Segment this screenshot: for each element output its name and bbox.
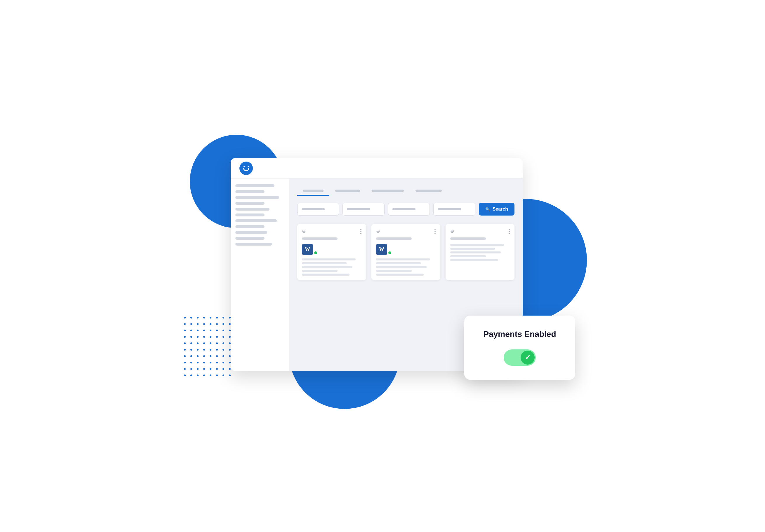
card-line: [450, 244, 504, 246]
card-line: [376, 274, 424, 276]
search-button[interactable]: 🔍 Search: [479, 203, 514, 215]
drag-icon[interactable]: ⊕: [450, 228, 454, 234]
filter-placeholder-2: [347, 208, 370, 210]
tab-1[interactable]: [297, 187, 330, 196]
sidebar-item[interactable]: [235, 202, 265, 205]
filter-input-4[interactable]: [433, 203, 475, 215]
card-2-title: [376, 237, 412, 240]
sidebar-item[interactable]: [235, 231, 267, 234]
word-icon: W: [302, 244, 313, 255]
card-line: [450, 255, 486, 257]
toggle-container[interactable]: ✓: [504, 350, 536, 366]
scene: 🔍 Search ⊕: [207, 146, 558, 386]
logo-eye-right: [248, 166, 249, 167]
drag-icon[interactable]: ⊕: [376, 228, 380, 234]
sidebar: [231, 178, 289, 371]
card-2-header: ⊕: [376, 228, 435, 234]
card-line: [302, 270, 338, 272]
dot-grid-decoration: [184, 317, 234, 380]
sidebar-item[interactable]: [235, 190, 265, 193]
tab-3[interactable]: [366, 187, 409, 196]
status-dot: [314, 251, 317, 254]
card-line: [450, 251, 501, 253]
card-3: ⊕: [445, 224, 514, 280]
tab-4[interactable]: [409, 187, 447, 196]
menu-dots-icon[interactable]: [509, 229, 510, 234]
card-line: [376, 258, 430, 260]
search-row: 🔍 Search: [297, 203, 514, 215]
card-3-header: ⊕: [450, 228, 510, 234]
card-2-content: [376, 258, 435, 276]
card-2: ⊕ W: [372, 224, 440, 280]
card-line: [450, 259, 498, 261]
filter-placeholder-3: [392, 208, 415, 210]
card-line: [376, 266, 426, 268]
tab-2-label: [335, 189, 360, 192]
tab-4-label: [415, 189, 442, 192]
filter-placeholder-1: [302, 208, 325, 210]
drag-icon[interactable]: ⊕: [302, 228, 306, 234]
filter-placeholder-4: [438, 208, 461, 210]
payments-enabled-card: Payments Enabled ✓: [464, 316, 575, 380]
card-1-logo: W: [302, 244, 362, 255]
card-line: [302, 258, 356, 260]
sidebar-item[interactable]: [235, 243, 272, 246]
card-line: [450, 248, 495, 250]
sidebar-item[interactable]: [235, 184, 275, 187]
logo-eye-left: [244, 166, 245, 167]
filter-input-3[interactable]: [388, 203, 430, 215]
tab-3-label: [372, 189, 404, 192]
sidebar-item[interactable]: [235, 225, 265, 228]
sidebar-item[interactable]: [235, 219, 277, 222]
cards-grid: ⊕ W: [297, 224, 514, 280]
filter-input-2[interactable]: [343, 203, 384, 215]
card-line: [302, 274, 350, 276]
payments-title: Payments Enabled: [483, 330, 556, 339]
toggle-track[interactable]: ✓: [504, 350, 536, 366]
card-3-title: [450, 237, 486, 240]
card-3-content: [450, 244, 510, 261]
tab-1-label: [303, 189, 324, 192]
browser-topbar: [231, 158, 523, 178]
menu-dots-icon[interactable]: [434, 229, 435, 234]
app-logo: [240, 161, 253, 175]
search-button-label: Search: [492, 206, 508, 212]
checkmark-icon: ✓: [525, 354, 530, 362]
card-line: [302, 262, 347, 264]
tabs-row: [297, 187, 514, 196]
status-dot: [388, 251, 391, 254]
tab-2[interactable]: [330, 187, 366, 196]
menu-dots-icon[interactable]: [360, 229, 362, 234]
toggle-knob: ✓: [521, 351, 535, 365]
sidebar-item[interactable]: [235, 208, 270, 211]
card-line: [376, 270, 412, 272]
card-1-header: ⊕: [302, 228, 362, 234]
card-1-title: [302, 237, 338, 240]
sidebar-item[interactable]: [235, 213, 265, 216]
word-icon: W: [376, 244, 387, 255]
card-line: [302, 266, 353, 268]
card-line: [376, 262, 421, 264]
sidebar-item[interactable]: [235, 237, 265, 240]
logo-smile: [243, 168, 249, 171]
card-2-logo: W: [376, 244, 435, 255]
search-icon: 🔍: [485, 207, 490, 211]
filter-input-1[interactable]: [297, 203, 339, 215]
card-1: ⊕ W: [297, 224, 366, 280]
card-1-content: [302, 258, 362, 276]
sidebar-item[interactable]: [235, 196, 279, 199]
